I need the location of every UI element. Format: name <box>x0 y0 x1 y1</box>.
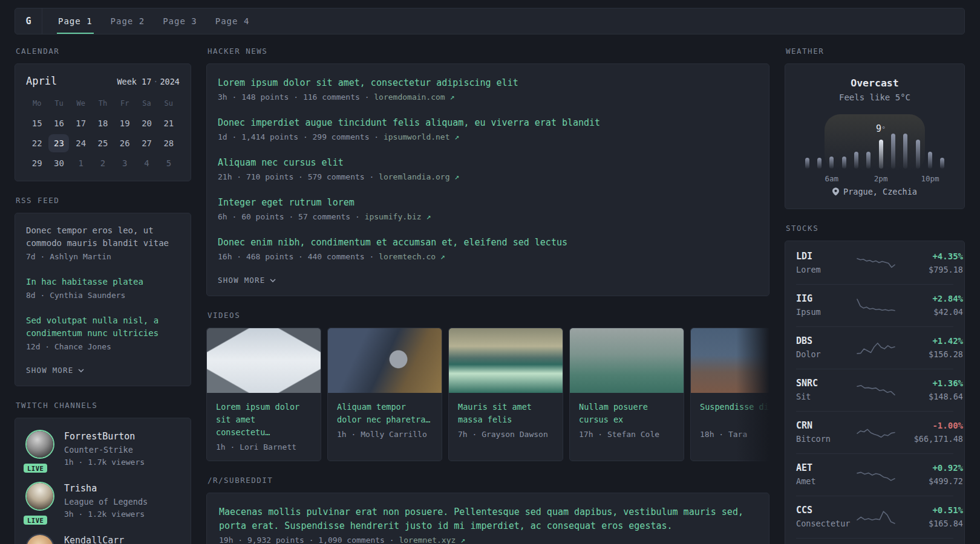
hackernews-item-title[interactable]: Donec enim nibh, condimentum et accumsan… <box>218 236 758 249</box>
twitch-channel-name[interactable]: ForrestBurton <box>64 430 145 442</box>
stock-price: $795.18 <box>895 264 963 276</box>
rss-item-title[interactable]: Donec tempor eros leo, ut commodo mauris… <box>26 224 180 250</box>
subreddit-card: Maecenas mollis pulvinar erat non posuer… <box>206 493 769 544</box>
rss-show-more-button[interactable]: SHOW MORE <box>26 366 180 375</box>
external-link-arrow-icon: ↗ <box>426 212 431 221</box>
stock-sparkline <box>857 508 895 526</box>
twitch-channel-meta: 3h · 1.2k viewers <box>64 508 148 520</box>
hackernews-item-domain-link[interactable]: loremtech.co <box>379 252 436 261</box>
video-card[interactable]: Mauris sit amet massa felis7h · Grayson … <box>448 328 563 461</box>
twitch-avatar-wrap: LIVE <box>26 482 54 520</box>
twitch-channel-row[interactable]: LIVETrishaLeague of Legends3h · 1.2k vie… <box>26 482 180 520</box>
calendar-day: 22 <box>27 134 47 152</box>
rss-item-title[interactable]: Sed volutpat nulla nisl, a condimentum n… <box>26 314 180 340</box>
stock-row: LDILorem+4.35%$795.18 <box>796 242 953 284</box>
calendar-day: 25 <box>93 134 113 152</box>
stock-name: Sit <box>796 390 857 403</box>
tab-page-1[interactable]: Page 1 <box>57 8 94 34</box>
hackernews-item-title[interactable]: Donec imperdiet augue tincidunt felis al… <box>218 116 758 129</box>
hackernews-section: HACKER NEWS Lorem ipsum dolor sit amet, … <box>206 47 769 296</box>
stock-symbol-block: LDILorem <box>796 250 857 276</box>
weather-section-label: WEATHER <box>786 47 965 56</box>
video-title[interactable]: Lorem ipsum dolor sit amet consectetu… <box>216 401 312 439</box>
stock-row: AETAmet+0.92%$499.72 <box>796 453 953 496</box>
hackernews-item-meta: 6h · 60 points · 57 comments · ipsumify.… <box>218 210 758 223</box>
hackernews-item-meta-text: 3h · 148 points · 116 comments · <box>218 92 374 102</box>
hackernews-item-meta-text: 16h · 468 points · 440 comments · <box>218 252 379 261</box>
video-title[interactable]: Nullam posuere cursus ex <box>579 401 675 426</box>
video-title[interactable]: Aliquam tempor dolor nec pharetra… <box>337 401 433 426</box>
rss-item-title[interactable]: In hac habitasse platea <box>26 276 180 288</box>
twitch-channel-name[interactable]: KendallCarr <box>64 534 124 544</box>
hackernews-show-more-button[interactable]: SHOW MORE <box>218 276 758 285</box>
subreddit-section-label: /R/SUBREDDIT <box>207 476 769 485</box>
stock-values-block: +1.42%$156.28 <box>895 335 963 360</box>
hackernews-item-meta: 16h · 468 points · 440 comments · loremt… <box>218 250 758 263</box>
twitch-channel-info: ForrestBurtonCounter-Strike1h · 1.7k vie… <box>64 430 145 468</box>
hackernews-item-domain-link[interactable]: loremdomain.com <box>374 92 445 102</box>
tab-page-4[interactable]: Page 4 <box>214 8 251 34</box>
video-card[interactable]: Lorem ipsum dolor sit amet consectetu…1h… <box>206 328 321 461</box>
calendar-weekday: We <box>76 96 85 112</box>
tab-page-2[interactable]: Page 2 <box>109 8 146 34</box>
video-card[interactable]: Suspendisse diam18h · Tara <box>690 328 769 461</box>
stock-values-block: +1.36%$148.64 <box>895 377 963 403</box>
weather-bar-slot <box>887 132 899 169</box>
weather-temp-bar <box>879 140 883 169</box>
video-thumbnail <box>449 328 563 393</box>
hackernews-item-title[interactable]: Integer eget rutrum lorem <box>218 196 758 209</box>
stock-name: Lorem <box>796 264 857 276</box>
hackernews-list: Lorem ipsum dolor sit amet, consectetur … <box>218 76 758 263</box>
stock-name: Consectetur <box>796 517 857 529</box>
stock-sparkline-wrap <box>857 423 895 441</box>
twitch-channel-row[interactable]: LIVEForrestBurtonCounter-Strike1h · 1.7k… <box>26 430 180 468</box>
weather-hour-label: 10pm <box>921 174 939 183</box>
twitch-channel-name[interactable]: Trisha <box>64 482 148 494</box>
hackernews-item-title[interactable]: Lorem ipsum dolor sit amet, consectetur … <box>218 76 758 89</box>
rss-section-label: RSS FEED <box>16 196 191 205</box>
hackernews-item-domain-link[interactable]: ipsumify.biz <box>365 212 422 221</box>
stock-row: CCSConsectetur+0.51%$165.84 <box>796 496 953 538</box>
stock-symbol-block: IIGIpsum <box>796 293 857 318</box>
rss-item: Donec tempor eros leo, ut commodo mauris… <box>26 224 180 263</box>
calendar-weekday: Th <box>99 96 107 112</box>
stock-price: $499.72 <box>895 475 963 487</box>
calendar-header: April Week 17·2024 <box>26 75 180 87</box>
weather-feels-like: Feels like 5°C <box>797 92 952 102</box>
video-title[interactable]: Mauris sit amet massa felis <box>458 401 554 426</box>
stock-name: Ipsum <box>796 306 857 318</box>
weather-section: WEATHER Overcast Feels like 5°C 6am9°2pm… <box>785 47 965 209</box>
stock-change: +0.51% <box>895 504 963 516</box>
calendar-day: 17 <box>71 114 91 132</box>
hackernews-item-meta: 21h · 710 points · 579 comments · loreml… <box>218 170 758 183</box>
calendar-day: 27 <box>137 134 157 152</box>
avatar[interactable] <box>27 483 53 510</box>
video-title[interactable]: Suspendisse diam <box>700 401 769 426</box>
hackernews-item-domain-link[interactable]: loremlandia.org <box>379 172 449 181</box>
hackernews-item-domain-link[interactable]: ipsumworld.net <box>384 132 450 141</box>
stock-row: AHS+0.46% <box>796 538 953 544</box>
weather-temp-bar <box>891 134 895 169</box>
avatar[interactable] <box>27 431 53 458</box>
twitch-channel-row[interactable]: KendallCarr <box>26 534 180 544</box>
weather-temp-bar <box>829 157 834 169</box>
hackernews-item-title[interactable]: Aliquam nec cursus elit <box>218 156 758 169</box>
video-card[interactable]: Nullam posuere cursus ex17h · Stefan Col… <box>569 328 684 461</box>
subreddit-post-domain-link[interactable]: loremnet.xyz <box>399 536 456 544</box>
weather-bar-slot: 6am <box>826 132 838 169</box>
subreddit-section: /R/SUBREDDIT Maecenas mollis pulvinar er… <box>206 476 769 544</box>
subreddit-post-title[interactable]: Maecenas mollis pulvinar erat non posuer… <box>219 505 757 533</box>
weather-hour-label: 2pm <box>874 174 888 183</box>
avatar[interactable] <box>27 535 53 544</box>
weather-hourly-chart: 6am9°2pm10pm <box>801 132 949 169</box>
twitch-avatar-wrap: LIVE <box>26 430 54 468</box>
hackernews-item-meta-text: 1d · 1,414 points · 299 comments · <box>218 132 384 141</box>
tab-page-3[interactable]: Page 3 <box>162 8 198 34</box>
weather-bar-slot <box>801 132 813 169</box>
middle-column: HACKER NEWS Lorem ipsum dolor sit amet, … <box>206 47 769 544</box>
stock-ticker: SNRC <box>796 377 857 389</box>
stock-ticker: DBS <box>796 335 857 347</box>
app-logo[interactable]: G <box>15 8 42 34</box>
stock-values-block: -1.00%$66,171.48 <box>895 419 963 445</box>
video-card[interactable]: Aliquam tempor dolor nec pharetra…1h · M… <box>327 328 442 461</box>
